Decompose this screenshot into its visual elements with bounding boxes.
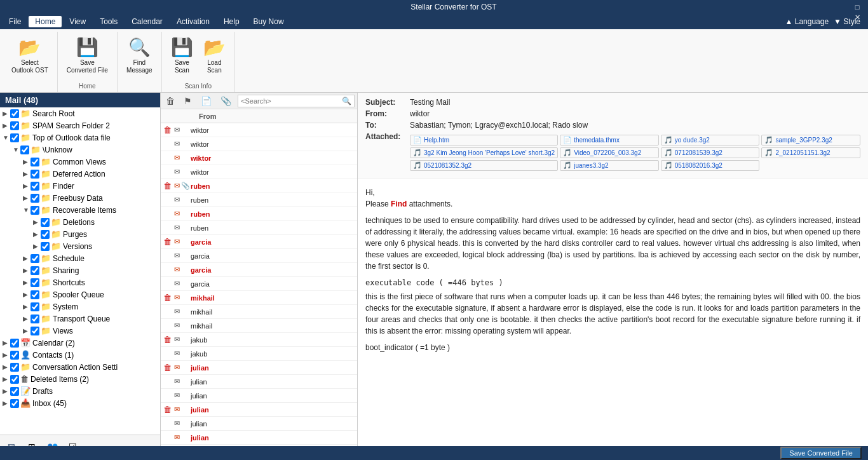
search-icon[interactable]: 🔍 [342, 97, 351, 105]
tree-item-deleted-items[interactable]: ▶🗑Deleted Items (2) [0, 373, 160, 385]
tree-item-versions[interactable]: ▶📁Versions [0, 240, 160, 252]
check-search-root[interactable] [10, 109, 19, 118]
expand-search-root[interactable]: ▶ [3, 110, 10, 117]
menu-activation[interactable]: Activation [170, 16, 216, 27]
message-row-18[interactable]: ✉julian [161, 375, 357, 389]
expand-sharing[interactable]: ▶ [23, 267, 31, 274]
check-versions[interactable] [41, 242, 50, 251]
check-freebusy[interactable] [31, 194, 39, 203]
menu-calendar[interactable]: Calendar [125, 16, 169, 27]
tree-item-conversation-action[interactable]: ▶📁Conversation Action Setti [0, 361, 160, 373]
check-views[interactable] [31, 327, 39, 335]
menu-file[interactable]: File [3, 16, 27, 27]
check-spooler-queue[interactable] [31, 290, 39, 299]
menu-help[interactable]: Help [217, 16, 246, 27]
attachment-8[interactable]: 🎵0521081352.3g2 [410, 160, 558, 171]
message-row-7[interactable]: ✉ruben [161, 221, 357, 235]
attachment-5[interactable]: 🎵Video_072206_003.3g2 [560, 147, 659, 158]
message-row-21[interactable]: ✉julian [161, 417, 357, 431]
tree-item-contacts[interactable]: ▶👤Contacts (1) [0, 349, 160, 361]
message-row-22[interactable]: ✉julian [161, 431, 357, 445]
check-deleted-items[interactable] [10, 375, 19, 384]
attachment-10[interactable]: 🎵0518082016.3g2 [661, 160, 760, 171]
tree-item-freebusy[interactable]: ▶📁Freebusy Data [0, 192, 160, 204]
check-deletions[interactable] [41, 218, 50, 227]
message-scroll[interactable]: 🗑✉wiktor✉wiktor✉wiktor✉wiktor🗑✉📎ruben✉ru… [161, 123, 357, 446]
tree-item-spooler-queue[interactable]: ▶📁Spooler Queue [0, 288, 160, 301]
tree-item-recoverable-items[interactable]: ▼📁Recoverable Items [0, 204, 160, 216]
save-scan-button[interactable]: 💾 SaveScan [167, 34, 197, 77]
reading-pane-body[interactable]: Hi, Please Find attachments. techniques … [358, 179, 868, 457]
check-contacts[interactable] [10, 351, 19, 360]
message-row-17[interactable]: 🗑✉julian [161, 361, 357, 375]
message-search-box[interactable]: 🔍 [238, 95, 355, 107]
menu-buy-now[interactable]: Buy Now [247, 16, 290, 27]
tree-item-sharing[interactable]: ▶📁Sharing [0, 264, 160, 276]
message-row-15[interactable]: 🗑✉jakub [161, 333, 357, 347]
expand-conversation-action[interactable]: ▶ [3, 363, 10, 370]
find-message-button[interactable]: 🔍 FindMessage [123, 34, 156, 77]
tree-item-views[interactable]: ▶📁Views [0, 325, 160, 337]
tree-item-spam-search[interactable]: ▶📁SPAM Search Folder 2 [0, 119, 160, 132]
message-row-19[interactable]: ✉julian [161, 389, 357, 403]
attachment-2[interactable]: 🎵yo dude.3g2 [661, 135, 760, 145]
search-input[interactable] [241, 97, 342, 105]
expand-recoverable-items[interactable]: ▼ [23, 206, 31, 213]
expand-freebusy[interactable]: ▶ [23, 194, 31, 201]
menu-view[interactable]: View [63, 16, 92, 27]
check-conversation-action[interactable] [10, 363, 19, 372]
check-top-of-outlook[interactable] [10, 133, 19, 142]
check-drafts[interactable] [10, 387, 19, 396]
maximize-button[interactable]: □ [851, 2, 863, 12]
tree-item-schedule[interactable]: ▶📁Schedule [0, 252, 160, 264]
message-row-1[interactable]: ✉wiktor [161, 137, 357, 151]
attach-toolbar-button[interactable]: 📎 [218, 95, 234, 107]
message-row-4[interactable]: 🗑✉📎ruben [161, 179, 357, 193]
check-unknown[interactable] [20, 145, 29, 154]
check-transport-queue[interactable] [31, 315, 39, 323]
check-spam-search[interactable] [10, 121, 19, 130]
check-schedule[interactable] [31, 254, 39, 263]
tree-item-purges[interactable]: ▶📁Purges [0, 228, 160, 240]
tree-item-unknown[interactable]: ▼📁\Unknow [0, 144, 160, 156]
message-row-11[interactable]: ✉garcia [161, 277, 357, 291]
menu-home[interactable]: Home [29, 16, 62, 27]
tree-item-search-root[interactable]: ▶📁Search Root [0, 107, 160, 119]
check-purges[interactable] [41, 230, 50, 239]
tree-item-system[interactable]: ▶📁System [0, 301, 160, 313]
tree-item-deletions[interactable]: ▶📁Deletions [0, 216, 160, 228]
expand-finder[interactable]: ▶ [23, 182, 31, 189]
tree-item-common-views[interactable]: ▶📁Common Views [0, 156, 160, 168]
expand-schedule[interactable]: ▶ [23, 255, 31, 262]
delete-toolbar-button[interactable]: 🗑 [163, 95, 177, 107]
expand-spooler-queue[interactable]: ▶ [23, 291, 31, 298]
save-converted-status-button[interactable]: Save Converted File [780, 447, 862, 459]
message-row-2[interactable]: ✉wiktor [161, 151, 357, 165]
check-recoverable-items[interactable] [31, 206, 39, 215]
message-row-6[interactable]: ✉ruben [161, 207, 357, 221]
select-outlook-ost-button[interactable]: 📂 SelectOutlook OST [8, 34, 52, 77]
message-row-13[interactable]: ✉mikhail [161, 305, 357, 319]
attachment-1[interactable]: 📄themedata.thmx [560, 135, 659, 145]
expand-calendar[interactable]: ▶ [3, 339, 10, 346]
menu-tools[interactable]: Tools [93, 16, 124, 27]
message-row-5[interactable]: ✉ruben [161, 193, 357, 207]
message-row-14[interactable]: ✉mikhail [161, 319, 357, 333]
tree-item-finder[interactable]: ▶📁Finder [0, 180, 160, 192]
expand-deletions[interactable]: ▶ [33, 219, 41, 226]
expand-deferred-action[interactable]: ▶ [23, 170, 31, 177]
tree-item-drafts[interactable]: ▶📝Drafts [0, 385, 160, 397]
expand-drafts[interactable]: ▶ [3, 388, 10, 395]
attachment-4[interactable]: 🎵3g2 Kim Jeong Hoon 'Perhaps Love' short… [410, 147, 558, 158]
attachment-6[interactable]: 🎵0712081539.3g2 [661, 147, 760, 158]
message-row-3[interactable]: ✉wiktor [161, 165, 357, 179]
expand-purges[interactable]: ▶ [33, 231, 41, 238]
attachment-9[interactable]: 🎵juanes3.3g2 [560, 160, 659, 171]
message-row-12[interactable]: 🗑✉mikhail [161, 291, 357, 305]
flag-toolbar-button[interactable]: ⚑ [181, 95, 194, 107]
style-dropdown[interactable]: ▼ Style [834, 17, 860, 26]
tree-item-shortcuts[interactable]: ▶📁Shortcuts [0, 276, 160, 288]
message-row-9[interactable]: ✉garcia [161, 249, 357, 263]
check-shortcuts[interactable] [31, 278, 39, 287]
language-dropdown[interactable]: ▲ Language [785, 17, 829, 26]
